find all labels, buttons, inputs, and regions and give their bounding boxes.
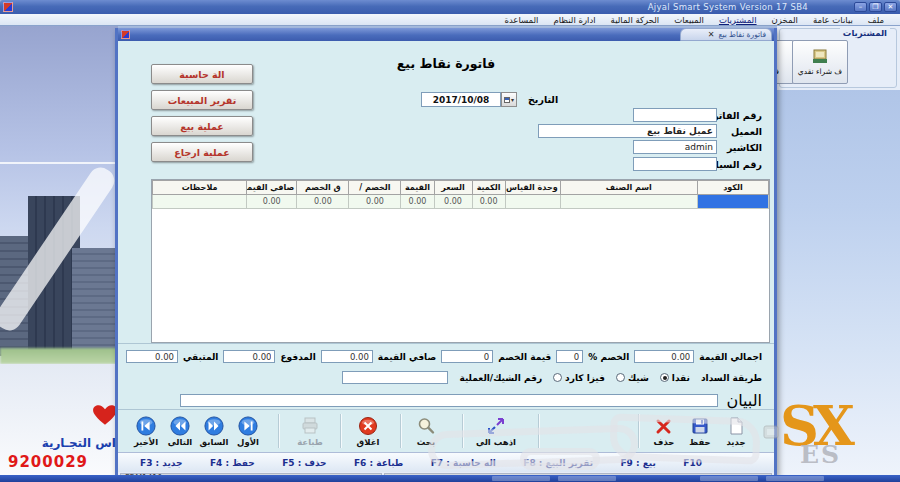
discount-pct-field[interactable] [556, 350, 583, 363]
cashier-field[interactable] [633, 140, 717, 154]
purchases-panel: المشتريات ف شراء ف شراء نقدي [779, 28, 897, 88]
menu-help[interactable]: المساعدة [504, 15, 538, 25]
totals-row: اجمالي القيمة الخصم % قيمة الخصم صافي ال… [126, 350, 762, 363]
fkey-delete: حذف : F5 [282, 458, 326, 468]
new-button[interactable]: جديد [718, 412, 754, 451]
dialog-icon [121, 30, 130, 39]
date-input[interactable] [421, 92, 501, 107]
partial-disabled-button[interactable] [756, 412, 786, 451]
remaining-field[interactable] [126, 350, 178, 363]
cash-radio[interactable]: نقدا [660, 373, 690, 383]
grid-cell-discount-amt[interactable]: 0.00 [297, 195, 349, 209]
menu-file[interactable]: ملف [868, 15, 884, 25]
col-notes: ملاحظات [153, 181, 247, 195]
total-label: اجمالي القيمة [699, 352, 762, 362]
return-operation-button[interactable]: عملية ارجاع [151, 142, 253, 162]
sales-report-button[interactable]: تقرير المبيعات [151, 90, 253, 110]
window-title: Ajyal Smart System Version 17 SB4 [648, 2, 808, 12]
previous-record-button[interactable]: السابق [197, 412, 231, 451]
save-button[interactable]: حفظ [682, 412, 718, 451]
check-number-label: رقم الشيك/العملية [459, 373, 542, 383]
maximize-button[interactable]: ❐ [869, 2, 882, 12]
invoice-items-grid: الكود اسم الصنف وحدة القياس الكمية السعر… [151, 179, 770, 343]
menu-general-data[interactable]: بيانات عامة [813, 15, 853, 25]
taskbar-item[interactable] [700, 476, 758, 481]
menu-system-admin[interactable]: ادارة النظام [553, 15, 595, 25]
taskbar-item[interactable] [558, 476, 616, 481]
first-record-button[interactable]: الأول [231, 412, 265, 451]
cash-radio-icon[interactable] [660, 373, 669, 382]
date-label: التاريخ [528, 94, 558, 105]
cash-purchase-button[interactable]: ف شراء نقدي [792, 40, 848, 84]
grid-cell-unit[interactable] [505, 195, 560, 209]
goto-button[interactable]: اذهب الي [470, 412, 522, 451]
check-number-field[interactable] [342, 371, 448, 384]
last-record-button[interactable]: الأخير [129, 412, 163, 451]
grid-header-row: الكود اسم الصنف وحدة القياس الكمية السعر… [153, 181, 769, 195]
search-button[interactable]: بحث [406, 412, 446, 451]
grid-cell-discount-pct[interactable]: 0.00 [349, 195, 401, 209]
payment-method-row: طريقة السداد نقدا شيك فيزا كارد رقم الشي… [342, 371, 762, 384]
grid-cell-net-value[interactable]: 0.00 [247, 195, 297, 209]
grid-cell-value[interactable]: 0.00 [401, 195, 434, 209]
print-button[interactable]: طباعة [288, 412, 332, 451]
col-discount-amt: ق الخصم [297, 181, 349, 195]
grid-cell-item-name[interactable] [560, 195, 697, 209]
delete-button[interactable]: حذف [646, 412, 682, 451]
close-window-button[interactable]: ✕ [884, 2, 897, 12]
menu-sales[interactable]: المبيعات [674, 15, 704, 25]
window-controls: – ❐ ✕ [854, 2, 897, 12]
fkey-sell: بيع : F9 [620, 458, 656, 468]
total-field[interactable] [634, 350, 694, 363]
delete-x-icon [654, 416, 674, 436]
col-net-value: صافي القيمة [247, 181, 297, 195]
grid-cell-notes[interactable] [153, 195, 247, 209]
discount-amt-field[interactable] [441, 350, 493, 363]
minimize-button[interactable]: – [854, 2, 867, 12]
close-dialog-button[interactable]: اغلاق [346, 412, 390, 451]
customer-field[interactable] [538, 124, 717, 138]
menu-purchases[interactable]: المشتريات [719, 15, 757, 25]
col-qty: الكمية [472, 181, 505, 195]
previous-record-icon [204, 416, 224, 436]
cityscape-background: اس التجـارية 9200029 [0, 26, 118, 475]
check-radio[interactable]: شيك [616, 373, 649, 383]
paid-field[interactable] [223, 350, 275, 363]
grid-cell-qty[interactable]: 0.00 [472, 195, 505, 209]
calendar-dropdown-icon[interactable]: ▾ [501, 92, 517, 107]
dialog-titlebar[interactable]: فاتورة نقاط بيع ✕ [118, 28, 774, 41]
purchases-panel-title: المشتريات [840, 28, 890, 38]
net-field[interactable] [321, 350, 373, 363]
grid-cell-price[interactable]: 0.00 [434, 195, 472, 209]
grid-row[interactable]: 0.00 0.00 0.00 0.00 0.00 0.00 [153, 195, 769, 209]
check-radio-icon[interactable] [616, 373, 625, 382]
search-icon [416, 416, 436, 436]
fkey-calculator: اله حاسبة : F7 [431, 458, 496, 468]
net-label: صافي القيمة [378, 352, 436, 362]
disabled-tool-icon [761, 422, 781, 442]
company-phone: 9200029 [8, 453, 88, 471]
dialog-title: فاتورة نقاط بيع [718, 30, 766, 39]
visa-radio[interactable]: فيزا كارد [553, 373, 605, 383]
menubar: ملف بيانات عامة المخزن المشتريات المبيعا… [0, 14, 900, 26]
taskbar-item[interactable] [492, 476, 550, 481]
menu-store[interactable]: المخزن [772, 15, 798, 25]
invoice-number-field[interactable] [633, 108, 717, 122]
menu-financial[interactable]: الحركة المالية [611, 15, 660, 25]
first-record-icon [238, 416, 258, 436]
sale-operation-button[interactable]: عملية بيع [151, 116, 253, 136]
cash-register-icon [810, 48, 830, 66]
grid-cell-code-selected[interactable] [697, 195, 768, 209]
next-record-icon [170, 416, 190, 436]
fkey-new: جديد : F3 [140, 458, 183, 468]
dialog-close-icon[interactable]: ✕ [708, 31, 715, 39]
car-number-field[interactable] [633, 157, 717, 171]
calculator-button[interactable]: الة حاسبة [151, 64, 253, 84]
taskbar[interactable] [0, 475, 900, 482]
taskbar-item[interactable] [766, 476, 824, 481]
statement-field[interactable] [180, 394, 718, 407]
pos-invoice-dialog: فاتورة نقاط بيع ✕ فاتورة نقاط بيع الة حا… [115, 28, 777, 476]
fkey-f10: F10 [683, 458, 702, 468]
visa-radio-icon[interactable] [553, 373, 562, 382]
next-record-button[interactable]: التالي [163, 412, 197, 451]
